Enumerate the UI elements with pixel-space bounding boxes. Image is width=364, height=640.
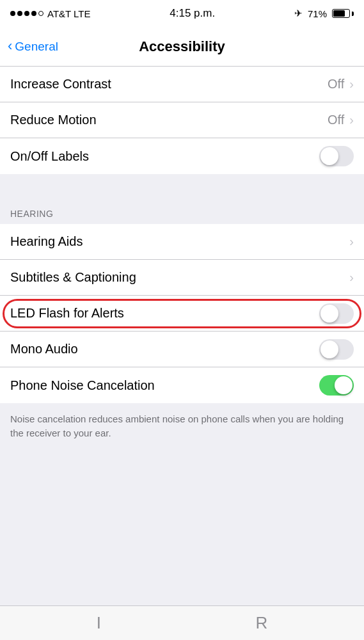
onoff-labels-row[interactable]: On/Off Labels (0, 138, 364, 174)
status-right: ✈ 71% (294, 8, 354, 19)
status-time: 4:15 p.m. (170, 7, 215, 20)
led-flash-label: LED Flash for Alerts (10, 306, 319, 321)
reduce-motion-label: Reduce Motion (10, 113, 328, 127)
signal-dot-4 (31, 11, 36, 16)
mono-audio-label: Mono Audio (10, 342, 319, 356)
mono-audio-toggle[interactable] (319, 339, 354, 360)
led-flash-row-wrapper: LED Flash for Alerts (0, 296, 364, 332)
signal-dots (10, 11, 44, 16)
increase-contrast-value: Off (328, 77, 344, 92)
reduce-motion-value: Off (328, 113, 344, 127)
page-title: Accessibility (95, 38, 269, 55)
nav-bar: ‹ General Accessibility (0, 27, 364, 67)
subtitles-captioning-label: Subtitles & Captioning (10, 270, 349, 285)
back-label: General (15, 40, 58, 54)
increase-contrast-label: Increase Contrast (10, 77, 328, 92)
bottom-tab-right: R (255, 613, 267, 633)
carrier-label: AT&T LTE (47, 8, 91, 19)
led-flash-row[interactable]: LED Flash for Alerts (0, 296, 364, 332)
led-flash-toggle-thumb (320, 305, 338, 323)
mono-audio-row[interactable]: Mono Audio (0, 332, 364, 367)
hearing-section: Hearing Aids › Subtitles & Captioning › … (0, 224, 364, 403)
bottom-tab-left: I (97, 613, 101, 633)
increase-contrast-chevron-icon: › (349, 77, 354, 92)
onoff-labels-label: On/Off Labels (10, 149, 319, 164)
increase-contrast-row[interactable]: Increase Contrast Off › (0, 67, 364, 102)
reduce-motion-chevron-icon: › (349, 113, 354, 127)
hearing-aids-chevron-icon: › (349, 234, 354, 249)
mono-audio-toggle-thumb (320, 340, 338, 358)
hearing-aids-row[interactable]: Hearing Aids › (0, 224, 364, 260)
status-bar: AT&T LTE 4:15 p.m. ✈ 71% (0, 0, 364, 27)
bottom-bar: I R (0, 605, 364, 640)
phone-noise-toggle[interactable] (319, 375, 354, 396)
battery-body (332, 9, 350, 18)
battery-fill (333, 10, 345, 17)
back-chevron-icon: ‹ (8, 38, 12, 54)
top-settings-section: Increase Contrast Off › Reduce Motion Of… (0, 67, 364, 174)
reduce-motion-row[interactable]: Reduce Motion Off › (0, 102, 364, 138)
location-icon: ✈ (294, 8, 303, 19)
led-flash-toggle[interactable] (319, 303, 354, 324)
signal-dot-3 (24, 11, 29, 16)
hearing-aids-label: Hearing Aids (10, 234, 349, 249)
onoff-labels-toggle-thumb (320, 147, 338, 165)
onoff-labels-toggle[interactable] (319, 146, 354, 166)
noise-cancelation-description: Noise cancelation reduces ambient noise … (0, 403, 364, 453)
status-left: AT&T LTE (10, 8, 91, 19)
back-button[interactable]: ‹ General (8, 38, 95, 54)
battery-tip (352, 12, 354, 16)
subtitles-captioning-chevron-icon: › (349, 270, 354, 285)
subtitles-captioning-row[interactable]: Subtitles & Captioning › (0, 260, 364, 296)
battery-percent: 71% (308, 8, 327, 19)
signal-dot-1 (10, 11, 15, 16)
signal-dot-5 (38, 11, 44, 16)
battery-icon (332, 9, 354, 18)
signal-dot-2 (17, 11, 22, 16)
section-gap-hearing (0, 174, 364, 197)
phone-noise-row[interactable]: Phone Noise Cancelation (0, 367, 364, 403)
phone-noise-toggle-thumb (335, 376, 352, 394)
hearing-section-header: HEARING (0, 197, 364, 224)
phone-noise-label: Phone Noise Cancelation (10, 378, 319, 393)
